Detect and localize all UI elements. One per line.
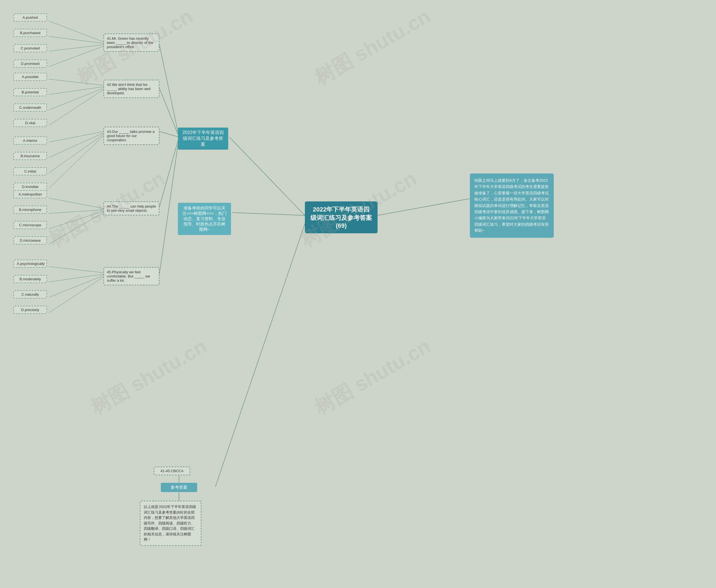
- svg-line-27: [49, 275, 104, 297]
- svg-line-2: [215, 224, 305, 487]
- svg-line-20: [49, 136, 104, 188]
- intro-node: 准备考研的同学可以关注>>>树图网<<<，热门动态、复习资料、专业指导、时政热点…: [178, 203, 231, 235]
- svg-line-3: [378, 198, 470, 215]
- option-q43-c: C.initial: [14, 167, 47, 175]
- option-q41-a: A.pushed: [14, 14, 47, 22]
- mid-vocab-node: 2022年下半年英语四级词汇练习及参考答案: [178, 128, 228, 150]
- option-q45-c: C.naturally: [14, 290, 47, 298]
- option-q42-c: C.underneath: [14, 104, 47, 112]
- svg-line-0: [229, 137, 305, 215]
- watermark-6: 树图 shutu.cn: [310, 333, 436, 421]
- option-q44-c: C.microscope: [14, 221, 47, 229]
- q42-text: 42.We don't think that his _____ ability…: [107, 83, 150, 95]
- option-q44-d: D.microwave: [14, 236, 47, 245]
- svg-line-22: [49, 210, 104, 213]
- desc-node: 转眼之间马上就要到9月了，各位备考2022年下半年大学英语四级考试的考生需要提前…: [470, 173, 554, 238]
- q43-text: 43.Our _____ talks promise a good future…: [107, 129, 155, 142]
- watermark-2: 树图 shutu.cn: [310, 3, 436, 91]
- intro-text: 准备考研的同学可以关注>>>树图网<<<，热门动态、复习资料、专业指导、时政热点…: [182, 206, 227, 232]
- svg-line-17: [49, 131, 104, 142]
- option-q44-a: A.metropolitan: [14, 190, 47, 198]
- question-42: 42.We don't think that his _____ ability…: [104, 80, 160, 98]
- svg-line-11: [49, 45, 104, 51]
- question-41: 41.Mr. Green has recently been _____ to …: [104, 34, 160, 52]
- option-q43-d: D.invisible: [14, 183, 47, 191]
- svg-line-18: [49, 133, 104, 158]
- svg-line-23: [49, 211, 104, 229]
- svg-line-21: [49, 198, 104, 208]
- option-q41-d: D.promised: [14, 60, 47, 68]
- svg-line-28: [49, 277, 104, 313]
- svg-line-24: [49, 213, 104, 244]
- option-q41-b: B.purchased: [14, 29, 47, 37]
- summary-text: 以上就是'2022年下半年英语四级词汇练习及参考答案(69)'的全部内容，想要了…: [144, 505, 196, 542]
- option-q42-b: B.potential: [14, 88, 47, 96]
- question-45: 45.Physically we feel comfortable. But _…: [104, 267, 160, 285]
- desc-text: 转眼之间马上就要到9月了，各位备考2022年下半年大学英语四级考试的考生需要提前…: [475, 178, 549, 233]
- option-q42-a: A.possible: [14, 73, 47, 81]
- svg-line-10: [49, 36, 104, 43]
- q45-text: 45.Physically we feel comfortable. But _…: [107, 270, 150, 282]
- answer-result-text: 41-45.CBCCA: [161, 469, 184, 473]
- q41-text: 41.Mr. Green has recently been _____ to …: [107, 36, 153, 49]
- svg-line-9: [49, 21, 104, 42]
- svg-line-15: [49, 88, 104, 110]
- option-q43-a: A.interior: [14, 136, 47, 145]
- svg-line-12: [49, 46, 104, 67]
- answer-result-node: 41-45.CBCCA: [154, 467, 190, 475]
- svg-line-6: [160, 131, 179, 137]
- option-q45-d: D.precisely: [14, 306, 47, 314]
- watermark-5: 树图 shutu.cn: [86, 333, 212, 421]
- svg-line-4: [160, 45, 179, 137]
- svg-line-1: [232, 213, 305, 215]
- option-q45-b: B.moderately: [14, 275, 47, 283]
- option-q41-c: C.promoted: [14, 44, 47, 52]
- svg-line-5: [160, 88, 179, 137]
- answer-node: 参考答案: [161, 483, 197, 492]
- svg-line-26: [49, 274, 104, 282]
- main-node: 2022年下半年英语四级词汇练习及参考答案(69): [305, 202, 378, 233]
- option-q43-b: B.insurance: [14, 152, 47, 160]
- svg-line-19: [49, 134, 104, 173]
- mid-vocab-text: 2022年下半年英语四级词汇练习及参考答案: [182, 130, 224, 147]
- svg-line-8: [160, 137, 179, 274]
- summary-node: 以上就是'2022年下半年英语四级词汇练习及参考答案(69)'的全部内容，想要了…: [140, 501, 202, 546]
- question-43: 43.Our _____ talks promise a good future…: [104, 127, 160, 145]
- svg-line-7: [160, 137, 179, 207]
- answer-text: 参考答案: [171, 485, 187, 489]
- main-node-text: 2022年下半年英语四级词汇练习及参考答案(69): [311, 206, 372, 229]
- option-q45-a: A.psychologically: [14, 259, 47, 268]
- q44-text: 44.The _____ can help people to see very…: [107, 204, 156, 213]
- svg-line-25: [49, 267, 104, 273]
- svg-line-16: [49, 89, 104, 125]
- option-q44-b: B.microphone: [14, 206, 47, 214]
- svg-line-13: [49, 79, 104, 85]
- question-44: 44.The _____ can help people to see very…: [104, 202, 160, 215]
- option-q42-d: D.vital: [14, 119, 47, 127]
- svg-line-14: [49, 87, 104, 94]
